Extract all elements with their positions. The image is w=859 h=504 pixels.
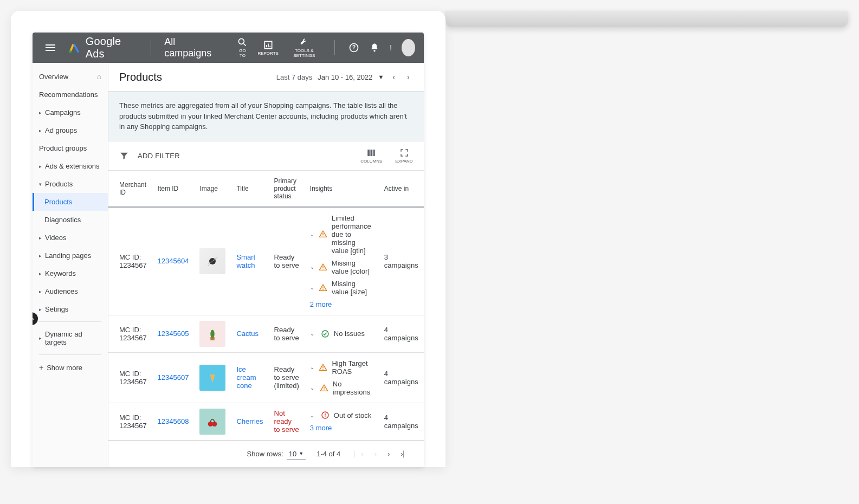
add-filter-button[interactable]: ADD FILTER xyxy=(138,152,180,160)
sidebar-item-recommendations[interactable]: Recommendations xyxy=(33,86,108,104)
sidebar-item-overview[interactable]: Overview⌂ xyxy=(33,67,108,86)
column-header[interactable]: Primary product status xyxy=(269,171,305,207)
sidebar-item-label: Campaigns xyxy=(45,108,81,117)
more-insights-link[interactable]: 2 more xyxy=(310,298,373,311)
first-page-button[interactable]: ⎸‹ xyxy=(351,448,366,461)
sidebar-item-show-more[interactable]: +Show more xyxy=(33,358,108,377)
insight-row[interactable]: ⌄ Out of stock xyxy=(310,409,373,422)
column-header[interactable]: Active in xyxy=(379,171,424,207)
sidebar-item-label: Ad groups xyxy=(45,126,77,134)
brand-logo[interactable]: Google Ads xyxy=(68,35,138,60)
insights-cell: ⌄ Limited performance due to missing val… xyxy=(305,207,379,315)
chevron-down-icon[interactable]: ⌄ xyxy=(310,264,314,270)
sidebar-item-product-groups[interactable]: Product groups xyxy=(33,139,108,157)
chevron-right-icon: ▸ xyxy=(39,253,42,259)
tools-icon[interactable]: TOOLS & SETTINGS xyxy=(288,37,320,59)
item-id-link[interactable]: 12345607 xyxy=(158,373,189,382)
svg-point-33 xyxy=(325,416,326,417)
columns-button[interactable]: COLUMNS xyxy=(360,148,382,164)
sidebar-item-videos[interactable]: ▸Videos xyxy=(33,229,108,247)
column-header[interactable]: Item ID xyxy=(152,171,195,207)
product-title-link[interactable]: Cherries xyxy=(236,417,263,425)
expand-button[interactable]: EXPAND xyxy=(395,148,412,164)
alert-icon[interactable]: ! xyxy=(390,43,392,52)
insight-text: High Target ROAS xyxy=(332,359,373,376)
sidebar-item-products[interactable]: Products xyxy=(33,193,108,211)
table-row: MC ID: 1234567 12345607 Ice cream cone R… xyxy=(108,352,424,403)
chevron-down-icon[interactable]: ⌄ xyxy=(310,231,314,237)
product-status: Ready to serve (limited) xyxy=(274,365,299,390)
column-header[interactable]: Image xyxy=(194,171,231,207)
product-thumbnail[interactable] xyxy=(199,321,225,347)
search-icon[interactable]: GO TO xyxy=(237,37,248,59)
notifications-icon[interactable] xyxy=(369,42,380,53)
table-row: MC ID: 1234567 12345605 Cactus Ready to … xyxy=(108,315,424,352)
help-icon[interactable]: ? xyxy=(348,42,359,53)
info-banner: These metrics are aggregated from all of… xyxy=(108,92,424,141)
chevron-down-icon[interactable]: ⌄ xyxy=(310,364,315,370)
sidebar-item-diagnostics[interactable]: Diagnostics xyxy=(33,211,108,229)
insight-row[interactable]: ⌄ No impressions xyxy=(310,378,373,398)
chevron-right-icon: ▸ xyxy=(39,164,42,169)
page-range: 1-4 of 4 xyxy=(317,450,340,458)
insight-row[interactable]: ⌄ Missing value [size] xyxy=(310,277,373,298)
item-id-link[interactable]: 12345608 xyxy=(158,417,189,425)
filter-bar: ADD FILTER COLUMNS EXPAND xyxy=(108,141,424,171)
insight-row[interactable]: ⌄ Missing value [color] xyxy=(310,257,373,277)
column-header[interactable]: Merchant ID xyxy=(108,171,152,207)
chevron-right-icon: ▸ xyxy=(39,110,42,115)
sidebar-item-ad-groups[interactable]: ▸Ad groups xyxy=(33,121,108,139)
next-page-button[interactable]: › xyxy=(384,448,393,461)
menu-icon[interactable] xyxy=(41,40,60,55)
sidebar-item-products[interactable]: ▾Products xyxy=(33,175,108,193)
svg-rect-10 xyxy=(368,150,370,156)
rows-dropdown[interactable]: 10 ▼ xyxy=(287,449,306,460)
active-in-cell: 4 campaigns xyxy=(379,403,424,440)
product-title-link[interactable]: Smart watch xyxy=(236,253,255,269)
chevron-down-icon[interactable]: ⌄ xyxy=(310,385,315,391)
breadcrumb[interactable]: All campaigns xyxy=(164,36,219,59)
svg-line-2 xyxy=(244,44,246,46)
chevron-down-icon[interactable]: ⌄ xyxy=(310,412,317,418)
merchant-id-cell: MC ID: 1234567 xyxy=(108,315,152,352)
sidebar-item-landing-pages[interactable]: ▸Landing pages xyxy=(33,247,108,264)
insight-row[interactable]: ⌄ No issues xyxy=(310,327,373,340)
sidebar-item-dynamic-ad-targets[interactable]: ▸Dynamic ad targets xyxy=(33,325,108,351)
sidebar-item-campaigns[interactable]: ▸Campaigns xyxy=(33,104,108,121)
product-title-link[interactable]: Cactus xyxy=(236,329,258,338)
item-id-link[interactable]: 12345605 xyxy=(158,329,189,338)
columns-label: COLUMNS xyxy=(360,159,382,164)
svg-text:?: ? xyxy=(352,44,356,50)
product-thumbnail[interactable] xyxy=(199,409,225,435)
item-id-link[interactable]: 12345604 xyxy=(158,257,189,265)
product-status: Ready to serve xyxy=(274,253,299,269)
last-page-button[interactable]: ›⎸ xyxy=(397,448,412,461)
product-thumbnail[interactable] xyxy=(199,248,225,274)
chevron-down-icon[interactable]: ⌄ xyxy=(310,285,314,290)
sidebar-item-keywords[interactable]: ▸Keywords xyxy=(33,264,108,282)
insights-cell: ⌄ High Target ROAS ⌄ No impressions xyxy=(305,352,379,403)
svg-point-9 xyxy=(374,50,376,51)
sidebar-item-ads-extensions[interactable]: ▸Ads & extensions xyxy=(33,157,108,175)
insight-row[interactable]: ⌄ High Target ROAS xyxy=(310,357,373,378)
chevron-right-icon: ▸ xyxy=(39,235,42,241)
more-insights-link[interactable]: 3 more xyxy=(310,422,373,434)
sidebar-item-label: Dynamic ad targets xyxy=(45,330,101,346)
column-header[interactable]: Insights xyxy=(305,171,379,207)
prev-page-button[interactable]: ‹ xyxy=(371,448,380,461)
avatar[interactable] xyxy=(402,39,415,56)
sidebar-item-setings[interactable]: ▸Setings xyxy=(33,300,108,318)
product-title-link[interactable]: Ice cream cone xyxy=(236,365,256,390)
active-in-cell: 3 campaigns xyxy=(379,207,424,315)
date-range-picker[interactable]: Last 7 days Jan 10 - 16, 2022 ▼ ‹ › xyxy=(276,70,413,83)
column-header[interactable]: Title xyxy=(231,171,268,207)
insight-row[interactable]: ⌄ Limited performance due to missing val… xyxy=(310,212,373,257)
sidebar-item-label: Products xyxy=(45,180,73,188)
sidebar-item-audiences[interactable]: ▸Audiences xyxy=(33,282,108,300)
prev-period-button[interactable]: ‹ xyxy=(389,70,398,83)
chevron-down-icon[interactable]: ⌄ xyxy=(310,331,317,337)
filter-icon[interactable] xyxy=(119,151,129,160)
product-thumbnail[interactable] xyxy=(199,365,225,391)
reports-icon[interactable]: REPORTS xyxy=(257,40,279,56)
next-period-button[interactable]: › xyxy=(404,70,413,83)
